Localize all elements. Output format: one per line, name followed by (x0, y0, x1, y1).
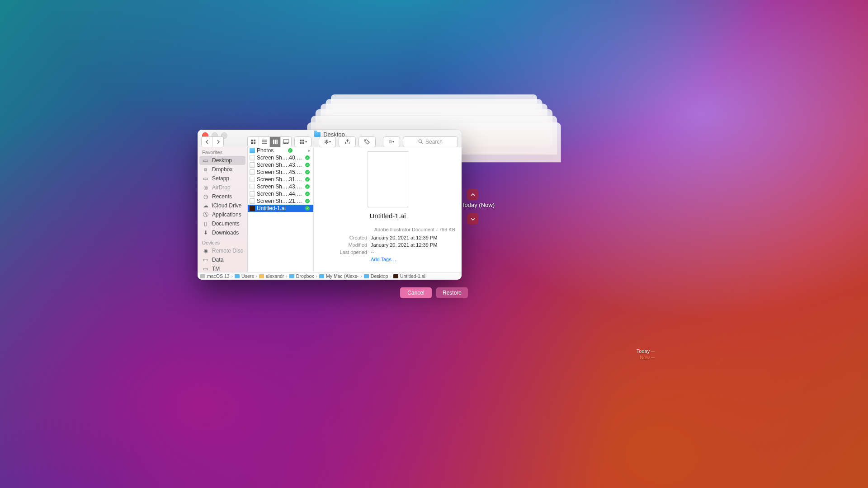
sidebar-item-tm[interactable]: ▭TM (198, 264, 247, 272)
sidebar-item-remote-disc[interactable]: ◉Remote Disc (198, 246, 247, 255)
path-segment[interactable]: Untitled-1.ai (400, 273, 425, 279)
path-segment[interactable]: Desktop (371, 273, 388, 279)
file-row[interactable]: Screen Sh….43.54 PM (248, 161, 313, 169)
titlebar: Desktop ▾ ✻▾ ⧈▾ Search (198, 130, 462, 147)
view-gallery-button[interactable] (280, 137, 291, 147)
chevron-right-icon: › (256, 273, 258, 279)
sync-icon (305, 155, 310, 160)
sync-icon (305, 163, 310, 167)
hd-icon (200, 274, 205, 278)
path-segment[interactable]: alexandr (266, 273, 284, 279)
svg-rect-6 (276, 140, 278, 144)
cancel-button[interactable]: Cancel (400, 287, 432, 298)
sidebar-item-label: Desktop (212, 157, 232, 164)
sidebar-section-favorites: Favorites (198, 147, 247, 156)
preview-modified-label: Modified (320, 241, 367, 249)
preview-created-label: Created (320, 234, 367, 241)
sidebar-item-documents[interactable]: ▯Documents (198, 219, 247, 228)
file-row[interactable]: Screen Sh….43.42 PM (248, 183, 313, 190)
file-row[interactable]: Screen Sh….31.08 PM (248, 176, 313, 183)
view-switcher (247, 136, 292, 147)
svg-rect-8 (283, 143, 285, 144)
sidebar-item-airdrop[interactable]: ◎AirDrop (198, 183, 247, 192)
sync-icon (305, 170, 310, 174)
view-columns-button[interactable] (269, 137, 280, 147)
tags-button[interactable] (359, 136, 376, 147)
sidebar: Favorites ▭Desktop ⧈Dropbox ▭Setapp ◎Air… (198, 147, 248, 272)
sidebar-item-label: Setapp (212, 175, 229, 182)
file-row-selected[interactable]: Untitled-1.ai (248, 205, 313, 212)
file-row[interactable]: Screen Sh….44.13 PM (248, 190, 313, 197)
file-row[interactable]: Screen Sh….40.05 PM (248, 154, 313, 161)
file-row[interactable]: Screen Sh….45.59 PM (248, 169, 313, 176)
image-icon (250, 169, 255, 175)
timeline-up-button[interactable] (467, 189, 478, 200)
sidebar-item-label: Downloads (212, 230, 239, 236)
dropbox-button[interactable]: ⧈▾ (383, 136, 400, 147)
svg-rect-7 (283, 140, 289, 143)
hd-icon: ▭ (202, 257, 209, 263)
path-segment[interactable]: Dropbox (296, 273, 314, 279)
sync-icon (305, 184, 310, 189)
image-icon (250, 162, 255, 168)
preview-kind: Adobe Illustrator Document - 793 KB (320, 227, 455, 232)
back-button[interactable] (202, 137, 212, 147)
file-row-photos[interactable]: Photos▸ (248, 147, 313, 154)
folder-icon (314, 132, 321, 137)
sidebar-item-icloud[interactable]: ☁iCloud Drive (198, 201, 247, 210)
preview-modified-value: January 20, 2021 at 12:39 PM (371, 241, 437, 249)
sidebar-item-downloads[interactable]: ⬇Downloads (198, 228, 247, 237)
path-segment[interactable]: Users (241, 273, 254, 279)
time-machine-actions: Cancel Restore (400, 287, 468, 298)
search-field[interactable]: Search (403, 136, 458, 147)
action-button[interactable]: ✻▾ (319, 136, 336, 147)
add-tags-link[interactable]: Add Tags… (371, 257, 455, 262)
hd-icon: ▭ (202, 266, 209, 272)
file-name: Screen Sh….43.54 PM (257, 162, 303, 168)
home-icon (259, 274, 264, 278)
timeline-scale: Today ─ Now ─ (637, 348, 655, 361)
sidebar-item-setapp[interactable]: ▭Setapp (198, 174, 247, 183)
cloud-icon: ☁ (202, 202, 209, 209)
path-segment[interactable]: macOS 13 (207, 273, 230, 279)
sidebar-item-label: AirDrop (212, 184, 231, 191)
sidebar-item-recents[interactable]: ◷Recents (198, 192, 247, 201)
image-icon (250, 177, 255, 182)
view-list-button[interactable] (259, 137, 269, 147)
sidebar-item-desktop[interactable]: ▭Desktop (199, 156, 245, 165)
group-button[interactable]: ▾ (294, 136, 311, 147)
download-icon: ⬇ (202, 230, 209, 236)
sidebar-item-dropbox[interactable]: ⧈Dropbox (198, 165, 247, 174)
svg-rect-5 (274, 140, 276, 144)
sidebar-item-label: Documents (212, 221, 240, 227)
share-button[interactable] (339, 136, 356, 147)
svg-rect-12 (302, 140, 304, 141)
search-icon (418, 139, 423, 144)
file-name: Screen Sh….43.42 PM (257, 183, 303, 190)
svg-rect-2 (251, 142, 253, 144)
file-name: Screen Sh….31.08 PM (257, 176, 303, 183)
sidebar-item-applications[interactable]: ⒶApplications (198, 210, 247, 219)
svg-rect-3 (254, 142, 255, 144)
sync-icon (305, 177, 310, 182)
svg-rect-13 (300, 142, 302, 144)
view-icons-button[interactable] (248, 137, 259, 147)
sidebar-item-data[interactable]: ▭Data (198, 255, 247, 264)
file-name: Photos (257, 147, 274, 154)
ai-file-icon (250, 206, 255, 211)
restore-button[interactable]: Restore (436, 287, 468, 298)
sidebar-item-label: Data (212, 257, 223, 263)
sidebar-item-label: Dropbox (212, 166, 232, 173)
file-row[interactable]: Screen Sh….21.46 PM (248, 197, 313, 205)
svg-rect-14 (302, 142, 304, 144)
file-name: Screen Sh….44.13 PM (257, 191, 303, 197)
svg-rect-11 (300, 140, 302, 141)
image-icon (250, 155, 255, 160)
forward-button[interactable] (212, 137, 223, 147)
path-segment[interactable]: My Mac (Alexs- (326, 273, 359, 279)
file-name: Screen Sh….40.05 PM (257, 155, 303, 161)
file-name: Untitled-1.ai (257, 205, 286, 211)
sidebar-item-label: TM (212, 266, 220, 272)
timeline-down-button[interactable] (467, 213, 478, 225)
svg-rect-9 (285, 143, 287, 144)
